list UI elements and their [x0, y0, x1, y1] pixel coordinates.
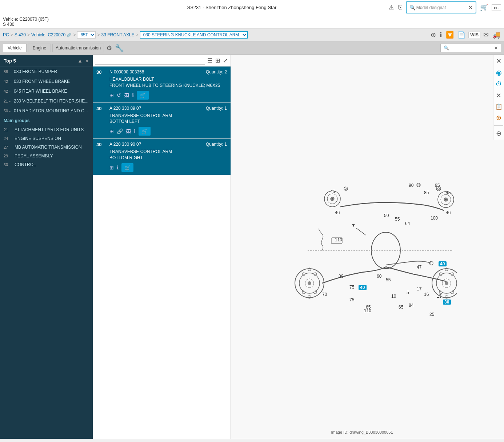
svg-point-57	[445, 281, 448, 285]
sidebar-close-icon[interactable]: «	[85, 57, 89, 64]
svg-text:▼: ▼	[351, 223, 356, 228]
sidebar-group-24[interactable]: 24 ENGINE SUSPENSION	[0, 134, 93, 143]
sidebar-item-top5-3[interactable]: 42 - 045 REAR WHEEL BRAKE	[0, 87, 93, 96]
info-icon[interactable]: ℹ	[439, 30, 443, 40]
breadcrumb-bar: PC > S 430 > Vehicle: C220070 🔗 > 65T > …	[0, 29, 504, 41]
part-table-icon-1[interactable]: ⊞	[109, 92, 114, 98]
part-refresh-icon-1[interactable]: ↺	[117, 92, 121, 98]
part-cart-btn-1[interactable]: 🛒	[137, 91, 149, 100]
svg-text:75: 75	[349, 297, 355, 302]
vehicle-info: Vehicle: C220070 (65T) S 430	[0, 15, 504, 29]
cart-icon[interactable]: 🛒	[479, 3, 489, 12]
diagram-area: 90 95 45 85 45	[231, 55, 504, 439]
breadcrumb-pc[interactable]: PC	[3, 32, 9, 37]
sidebar-item-top5-5[interactable]: 50 - 015 RADIATOR,MOUNTING,AND C...	[0, 106, 93, 116]
sidebar-group-27[interactable]: 27 MB AUTOMATIC TRANSMISSION	[0, 143, 93, 152]
part-image-icon-1[interactable]: 🖼	[124, 92, 129, 98]
truck-icon[interactable]: 🚚	[492, 30, 501, 40]
parts-list-icons: ☰ ⊞ ⤢	[207, 56, 228, 65]
part-pos-1: 30	[96, 69, 107, 75]
breadcrumb-front-axle[interactable]: 33 FRONT AXLE	[101, 32, 135, 37]
tab-vehicle[interactable]: Vehicle	[3, 44, 27, 52]
part-cart-btn-3[interactable]: 🛒	[121, 163, 133, 172]
diagram-zoom-out-icon[interactable]: ⊖	[495, 129, 502, 138]
parts-list-view-icon[interactable]: ☰	[207, 56, 213, 65]
part-qty-2: Quantity: 1	[206, 106, 227, 111]
diagram-zoom-in-icon[interactable]: ⊕	[495, 113, 502, 122]
tab-search-clear[interactable]: ✕	[493, 45, 499, 51]
tab-search-icon[interactable]: 🔍	[443, 45, 450, 51]
sidebar-header-icons: ▲ «	[77, 57, 89, 64]
diagram-toolbar: ✕ ◉ ⏱ ✕ 📋 ⊕ ⊖	[493, 55, 504, 140]
part-table-icon-3[interactable]: ⊞	[109, 165, 114, 170]
diagram-image: 90 95 45 85 45	[231, 55, 504, 439]
svg-text:64: 64	[405, 221, 410, 226]
search-icon[interactable]: 🔍	[409, 4, 416, 11]
parts-grid-view-icon[interactable]: ⊞	[215, 56, 221, 65]
svg-text:40: 40	[360, 285, 365, 290]
sidebar-item-top5-1[interactable]: 88 - 030 FRONT BUMPER	[0, 67, 93, 77]
wis-icon[interactable]: WIS	[468, 32, 480, 38]
svg-text:85: 85	[424, 190, 429, 195]
diagram-svg: 90 95 45 85 45	[279, 178, 457, 316]
part-qty-3: Quantity: 1	[206, 142, 227, 147]
svg-text:55: 55	[395, 217, 400, 222]
svg-point-7	[445, 199, 447, 200]
part-info-icon-1[interactable]: ℹ	[132, 92, 134, 98]
svg-text:84: 84	[409, 303, 414, 308]
tab-icon1[interactable]: ⚙	[105, 43, 113, 53]
part-table-icon-2[interactable]: ⊞	[109, 128, 114, 134]
breadcrumb-steering-dropdown[interactable]: 030 STEERING KNUCKLE AND CONTROL ARM	[140, 31, 248, 39]
sidebar-group-29[interactable]: 29 PEDAL ASSEMBLY	[0, 152, 93, 160]
search-input[interactable]	[416, 5, 467, 10]
svg-text:10: 10	[391, 294, 396, 299]
zoom-in-icon[interactable]: ⊕	[430, 30, 437, 40]
part-info-icon-2[interactable]: ℹ	[134, 128, 136, 134]
sidebar-item-top5-4[interactable]: 21 - 230 V-BELT,BELT TIGHTENER,SHE...	[0, 96, 93, 106]
top-bar-right: ⚠ ⎘ 🔍 ✕ 🛒 en	[388, 1, 501, 13]
tab-automatic[interactable]: Automatic transmission	[52, 44, 104, 52]
diagram-arrows-icon[interactable]: ✕	[495, 91, 502, 100]
filter-icon[interactable]: 🔽	[445, 30, 455, 40]
parts-search-input[interactable]	[95, 57, 205, 65]
svg-text:16: 16	[424, 292, 429, 297]
diagram-close-icon[interactable]: ✕	[495, 56, 502, 66]
diagram-doc2-icon[interactable]: 📋	[495, 103, 503, 111]
diagram-history-icon[interactable]: ⏱	[495, 80, 503, 89]
part-actions-1: ⊞ ↺ 🖼 ℹ 🛒	[109, 91, 227, 100]
tab-icon2[interactable]: 🔧	[114, 43, 125, 53]
bottom-section: 030 STEERING KNUCKLE AND CONTROL ARM ✎ 0…	[0, 439, 504, 442]
part-code-1: N 000000 003358	[109, 69, 206, 75]
svg-text:45: 45	[330, 189, 335, 194]
part-image-icon-2[interactable]: 🖼	[126, 128, 131, 134]
sidebar-header: Top 5 ▲ «	[0, 55, 93, 67]
sidebar-collapse-icon[interactable]: ▲	[77, 57, 83, 64]
breadcrumb-s430[interactable]: S 430	[15, 32, 26, 37]
part-info-icon-3[interactable]: ℹ	[117, 165, 119, 170]
part-name-3: TRANSVERSE CONTROL ARM	[109, 149, 227, 155]
lang-button[interactable]: en	[492, 4, 501, 11]
svg-text:65: 65	[366, 305, 371, 310]
tab-search: 🔍 ✕	[440, 44, 501, 52]
alert-icon[interactable]: ⚠	[388, 3, 395, 12]
doc-icon[interactable]: 📄	[457, 30, 466, 40]
svg-text:47: 47	[417, 265, 422, 270]
breadcrumb-65t-dropdown[interactable]: 65T	[77, 31, 96, 39]
sidebar-group-30[interactable]: 30 CONTROL	[0, 160, 93, 169]
mail-icon[interactable]: ✉	[483, 30, 489, 40]
svg-text:60: 60	[377, 274, 382, 279]
search-clear-icon[interactable]: ✕	[467, 3, 473, 12]
sidebar-item-top5-2[interactable]: 42 - 030 FRONT WHEEL BRAKE	[0, 77, 93, 87]
sidebar-group-21[interactable]: 21 ATTACHMENT PARTS FOR UNITS	[0, 125, 93, 134]
part-link-icon-2[interactable]: 🔗	[117, 128, 123, 134]
tab-search-input[interactable]	[450, 45, 493, 51]
parts-list-header: ☰ ⊞ ⤢	[93, 55, 231, 67]
sidebar-main-groups-title: Main groups	[0, 116, 93, 125]
breadcrumb-vehicle[interactable]: Vehicle: C220070 🔗	[31, 32, 72, 37]
tab-engine[interactable]: Engine	[28, 44, 51, 52]
part-cart-btn-2[interactable]: 🛒	[139, 127, 151, 136]
copy-icon[interactable]: ⎘	[397, 3, 403, 12]
parts-expand-icon[interactable]: ⤢	[222, 56, 228, 65]
diagram-eye-icon[interactable]: ◉	[495, 68, 503, 77]
svg-text:55: 55	[386, 277, 391, 282]
